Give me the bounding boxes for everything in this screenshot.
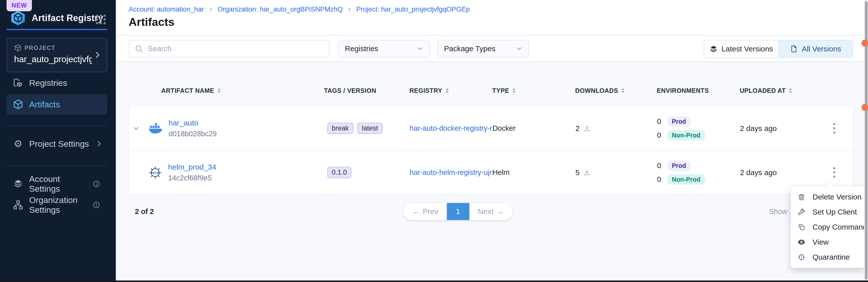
prev-page-button[interactable]: ← Prev — [404, 203, 447, 220]
header-downloads[interactable]: DOWNLOADS — [575, 87, 657, 94]
menu-item-label: Quarantine — [812, 253, 850, 261]
artifact-registry-logo-icon — [10, 10, 26, 26]
docker-icon — [149, 123, 162, 134]
expand-row-button[interactable] — [129, 125, 144, 133]
sort-icon — [621, 88, 625, 93]
search-box — [129, 40, 330, 58]
layers-icon — [710, 45, 718, 53]
latest-versions-button[interactable]: Latest Versions — [704, 40, 779, 58]
next-page-button[interactable]: Next → — [469, 203, 513, 220]
project-selector[interactable]: PROJECT har_auto_projectjvfgq... — [6, 38, 107, 72]
downloads-count: 5 — [576, 168, 580, 177]
main-content: Account: automation_har Organization: ha… — [116, 0, 864, 282]
info-icon[interactable] — [93, 201, 100, 209]
artifacts-table: har_auto d018b028bc29 break latest har-a… — [129, 106, 853, 195]
menu-item-set-up-client[interactable]: Set Up Client — [791, 205, 864, 219]
app-switcher-icon[interactable] — [96, 14, 106, 24]
sidebar-item-label: Registries — [29, 78, 67, 88]
menu-item-delete-version[interactable]: Delete Version — [791, 189, 864, 205]
pagination: ← Prev 1 Next → — [404, 203, 513, 220]
svg-text:HELM: HELM — [151, 171, 159, 174]
table-header-row: ARTIFACT NAME TAGS / VERSION REGISTRY TY… — [129, 85, 853, 96]
nonprod-badge: Non-Prod — [667, 174, 705, 185]
registries-folder-icon — [12, 77, 24, 88]
nonprod-count: 0 — [657, 175, 661, 184]
breadcrumb-account-link[interactable]: Account: automation_har — [129, 5, 204, 13]
row-actions-menu-button[interactable] — [827, 118, 842, 139]
trash-icon — [797, 192, 806, 202]
sort-icon — [217, 88, 221, 93]
info-icon[interactable] — [93, 180, 100, 188]
eye-icon — [797, 238, 806, 247]
chevron-right-icon — [208, 7, 214, 12]
organization-hierarchy-icon — [12, 200, 24, 211]
chevron-right-icon — [93, 51, 102, 59]
tag-chip: latest — [358, 123, 383, 134]
sort-icon — [788, 88, 793, 93]
breadcrumb-project-link[interactable]: Project: har_auto_projectjvfgqOPGEp — [356, 5, 470, 13]
sidebar: NEW Artifact Registry PR — [0, 0, 116, 282]
show-label: Show — [769, 208, 787, 216]
header-registry[interactable]: REGISTRY — [409, 87, 492, 94]
artifact-name-link[interactable]: har_auto — [168, 119, 217, 127]
app-title: Artifact Registry — [32, 13, 103, 23]
latest-versions-label: Latest Versions — [721, 45, 773, 53]
row-actions-menu-button[interactable] — [827, 163, 842, 183]
artifact-name-link[interactable]: helm_prod_34 — [168, 163, 216, 171]
sidebar-item-artifacts[interactable]: Artifacts — [6, 94, 107, 115]
all-versions-button[interactable]: All Versions — [779, 40, 853, 58]
artifact-type: Docker — [493, 124, 516, 133]
menu-item-label: View — [812, 238, 829, 246]
module-accent-line — [6, 29, 107, 30]
sort-icon — [512, 88, 516, 93]
registry-link[interactable]: har-auto-helm-registry-ujn... — [410, 168, 493, 177]
gear-icon: ⚙ — [12, 138, 24, 149]
version-chip: 0.1.0 — [327, 167, 351, 178]
tag-chip: break — [327, 123, 353, 134]
search-icon — [135, 44, 143, 53]
sidebar-item-organization-settings[interactable]: Organization Settings — [6, 196, 107, 214]
pagination-range: 2 of 2 — [135, 208, 154, 216]
toolbar: Registries Package Types Latest Versions — [116, 36, 864, 62]
sidebar-item-project-settings[interactable]: ⚙ Project Settings — [6, 135, 107, 153]
menu-item-view[interactable]: View — [791, 235, 864, 250]
page-header: Account: automation_har Organization: ha… — [116, 0, 864, 35]
page-title: Artifacts — [129, 15, 175, 29]
package-types-filter-dropdown[interactable]: Package Types — [437, 40, 529, 58]
sidebar-item-label: Account Settings — [29, 174, 93, 194]
header-uploaded-at[interactable]: UPLOADED AT — [740, 87, 815, 94]
search-input[interactable] — [148, 44, 323, 53]
new-badge: NEW — [6, 0, 32, 11]
registries-filter-dropdown[interactable]: Registries — [338, 40, 430, 58]
menu-item-copy-command[interactable]: Copy Command — [791, 219, 864, 235]
menu-item-label: Copy Command — [812, 223, 867, 231]
account-layers-icon — [12, 178, 24, 189]
breadcrumb: Account: automation_har Organization: ha… — [129, 5, 470, 13]
header-environments: ENVIRONMENTS — [657, 87, 740, 94]
sidebar-divider — [6, 165, 107, 166]
menu-item-quarantine[interactable]: Quarantine — [791, 250, 864, 265]
table-row: har_auto d018b028bc29 break latest har-a… — [129, 106, 853, 150]
quarantine-target-icon — [797, 253, 806, 262]
uploaded-at: 2 days ago — [740, 124, 777, 133]
project-cube-icon — [14, 44, 22, 52]
row-actions-context-menu: Delete Version Set Up Client Copy Comman… — [790, 186, 865, 268]
next-label: Next — [478, 207, 494, 216]
edge-marker-dot — [862, 104, 868, 111]
header-artifact-name[interactable]: ARTIFACT NAME — [143, 87, 324, 94]
header-tags-version: TAGS / VERSION — [324, 87, 409, 94]
arrow-right-icon: → — [496, 207, 504, 216]
sidebar-item-registries[interactable]: Registries — [6, 74, 107, 92]
download-icon — [583, 169, 591, 176]
bottom-edge-bar — [0, 281, 868, 282]
sidebar-item-account-settings[interactable]: Account Settings — [6, 175, 107, 193]
nonprod-badge: Non-Prod — [667, 130, 705, 141]
registry-link[interactable]: har-auto-docker-registry-r... — [410, 124, 493, 133]
prod-badge: Prod — [667, 161, 691, 171]
header-type[interactable]: TYPE — [492, 87, 575, 94]
page-number-button[interactable]: 1 — [447, 203, 469, 220]
breadcrumb-organization-link[interactable]: Organization: har_auto_orgBPiSNPMzhQ — [217, 5, 343, 13]
prod-count: 0 — [657, 117, 661, 126]
arrow-left-icon: ← — [412, 207, 420, 216]
prev-label: Prev — [423, 207, 438, 216]
